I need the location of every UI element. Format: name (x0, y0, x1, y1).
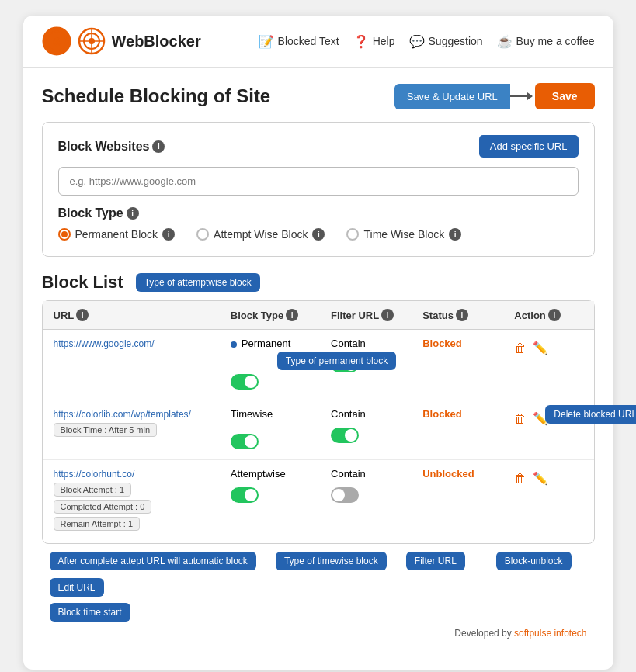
add-url-button[interactable]: Add specific URL (479, 135, 579, 158)
company-link[interactable]: softpulse infotech (514, 628, 586, 639)
row3-edit-icon[interactable]: ✏️ (533, 471, 548, 486)
row3-status-toggle[interactable] (331, 487, 359, 503)
row1-status: Blocked (422, 338, 462, 349)
row1-status-cell: Blocked (422, 338, 508, 349)
block-type-label: Block Type i (58, 206, 579, 220)
radio-attempt[interactable]: Attempt Wise Block i (196, 228, 325, 241)
row1-delete-icon[interactable]: 🗑 (514, 341, 527, 355)
radio-permanent[interactable]: Permanent Block i (58, 228, 176, 241)
table-header-row: URL i Block Type i Filter URL i Status i (43, 301, 594, 330)
nav-links: 📝 Blocked Text ❓ Help 💬 Suggestion ☕ Buy… (223, 34, 595, 49)
coffee-icon: ☕ (497, 34, 513, 49)
svg-text:⊕: ⊕ (51, 35, 61, 48)
block-unblock-callout: Block-unblock (496, 552, 572, 570)
row2-status-toggle[interactable] (331, 428, 359, 443)
filter-url-callout: Filter URL (406, 552, 465, 570)
header: ⊕ WebBlocker 📝 Blocked Text ❓ Help (23, 16, 613, 68)
row1-filter-toggle[interactable] (231, 374, 259, 390)
save-update-button[interactable]: Save & Update URL (394, 84, 510, 109)
suggestion-icon: 💬 (409, 34, 425, 49)
block-type-section: Block Type i Permanent Block i Attempt W… (58, 206, 579, 241)
main-card: ⊕ WebBlocker 📝 Blocked Text ❓ Help (23, 16, 613, 670)
after-complete-callout: After complete attept URL will automatic… (50, 552, 256, 570)
nav-coffee[interactable]: ☕ Buy me a coffee (497, 34, 595, 49)
col-block-type: Block Type i (231, 309, 325, 321)
col-status: Status i (422, 309, 508, 321)
logo: ⊕ WebBlocker (42, 26, 201, 56)
block-type-col-info: i (286, 309, 298, 321)
row2-status: Blocked (422, 408, 462, 420)
url-col-info: i (76, 309, 89, 321)
row2-url-cell: https://colorlib.com/wp/templates/ Block… (54, 408, 224, 437)
row1-url-cell: https://www.google.com/ (54, 338, 224, 349)
row3-status: Unblocked (422, 468, 474, 480)
row3-filter-toggle[interactable] (231, 487, 259, 503)
timewise-block-info-icon: i (449, 228, 461, 241)
footer-credit: Developed by softpulse infotech (42, 628, 595, 639)
row3-tag-remain: Remain Attempt : 1 (54, 517, 141, 531)
row1-action-cell: 🗑 ✏️ (514, 338, 582, 355)
block-time-start-callout: Block time start (50, 603, 130, 622)
status-col-info: i (456, 309, 468, 321)
row3-filter-cell: Contain (331, 468, 416, 505)
schedule-header: Schedule Blocking of Site Save & Update … (42, 83, 595, 109)
block-list-area: Block List Type of attemptwise block URL… (42, 272, 595, 622)
row3-tag-attempt: Block Attempt : 1 (54, 483, 132, 497)
row3-url-cell: https://colorhunt.co/ Block Attempt : 1 … (54, 468, 224, 531)
block-websites-label: Block Websites i (58, 140, 165, 154)
block-list-header: Block List Type of attemptwise block (42, 272, 595, 293)
row3-action-cell: 🗑 ✏️ (514, 468, 582, 486)
table-row: https://colorhunt.co/ Block Attempt : 1 … (43, 460, 594, 543)
table-row: https://colorlib.com/wp/templates/ Block… (43, 400, 594, 460)
logo-icon: ⊕ (42, 26, 71, 56)
action-col-info: i (548, 309, 561, 321)
nav-help[interactable]: ❓ Help (353, 34, 395, 49)
col-action: Action i (514, 309, 582, 321)
edit-url-callout: Edit URL (50, 578, 104, 597)
row3-status-cell: Unblocked (422, 468, 508, 480)
block-websites-info-icon: i (152, 140, 165, 153)
row2-delete-icon[interactable]: 🗑 (514, 412, 527, 426)
table-row: https://www.google.com/ Permanent Type o… (43, 330, 594, 400)
permanent-block-info-icon: i (162, 228, 175, 241)
row2-action-cell: 🗑 ✏️ Delete blocked URL (514, 408, 582, 426)
url-input[interactable] (58, 167, 579, 196)
help-icon: ❓ (353, 34, 369, 49)
radio-dot-permanent (58, 228, 71, 241)
block-websites-card: Block Websites i Add specific URL Block … (42, 122, 595, 257)
row1-block-type-cell: Permanent Type of permanent block (231, 338, 325, 392)
row2-status-cell: Blocked (422, 408, 508, 420)
block-type-info-icon: i (127, 207, 139, 220)
nav-suggestion[interactable]: 💬 Suggestion (409, 34, 483, 49)
row1-url-link[interactable]: https://www.google.com/ (54, 338, 155, 349)
filter-url-col-info: i (381, 309, 394, 321)
row2-filter-cell: Contain (331, 408, 416, 445)
block-list-title: Block List (42, 272, 123, 293)
row2-block-type-cell: Timewise (231, 408, 325, 452)
type-attemptwise-callout: Type of attemptwise block (136, 273, 260, 292)
save-group: Save & Update URL Save (394, 83, 595, 109)
row3-block-type-cell: Attemptwise (231, 468, 325, 505)
nav-blocked-text[interactable]: 📝 Blocked Text (259, 34, 339, 49)
radio-dot-attempt (196, 228, 209, 241)
radio-timewise[interactable]: Time Wise Block i (346, 228, 461, 241)
radio-group: Permanent Block i Attempt Wise Block i T… (58, 228, 579, 241)
save-button[interactable]: Save (535, 83, 595, 109)
row3-delete-icon[interactable]: 🗑 (514, 472, 527, 486)
page-title: Schedule Blocking of Site (42, 85, 271, 107)
row2-tag-blocktime: Block Time : After 5 min (54, 423, 158, 437)
row3-tag-completed: Completed Attempt : 0 (54, 500, 152, 514)
logo-text: WebBlocker (112, 33, 201, 50)
row2-url-link[interactable]: https://colorlib.com/wp/templates/ (54, 409, 191, 420)
radio-dot-timewise (346, 228, 359, 241)
col-url: URL i (54, 309, 224, 321)
type-timewise-callout: Type of timewise block (276, 552, 387, 570)
col-filter-url: Filter URL i (331, 309, 416, 321)
block-websites-header: Block Websites i Add specific URL (58, 135, 579, 158)
attempt-block-info-icon: i (312, 228, 325, 241)
arrow-connector (510, 95, 532, 97)
page-body: Schedule Blocking of Site Save & Update … (23, 68, 613, 654)
row1-edit-icon[interactable]: ✏️ (533, 341, 548, 355)
row2-filter-toggle[interactable] (231, 434, 259, 449)
row3-url-link[interactable]: https://colorhunt.co/ (54, 469, 135, 480)
